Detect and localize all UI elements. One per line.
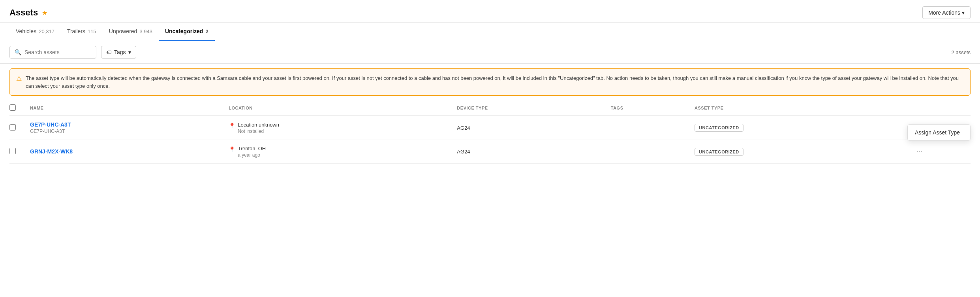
tab-unpowered-count: 3,943 xyxy=(139,28,152,34)
toolbar: 🔍 🏷 Tags ▾ 2 assets xyxy=(0,41,980,64)
tab-uncategorized-count: 2 xyxy=(205,28,208,34)
toolbar-left: 🔍 🏷 Tags ▾ xyxy=(9,46,136,59)
col-location: LOCATION xyxy=(224,100,452,116)
row2-checkbox[interactable] xyxy=(9,148,16,154)
row1-name-cell: GE7P-UHC-A3T GE7P-UHC-A3T xyxy=(25,116,224,140)
tab-unpowered-label: Unpowered xyxy=(109,28,137,34)
warning-text: The asset type will be automatically det… xyxy=(26,74,964,90)
tab-trailers-count: 115 xyxy=(88,28,96,34)
row2-location-sub: a year ago xyxy=(238,152,266,158)
tag-icon: 🏷 xyxy=(106,49,112,55)
tags-button[interactable]: 🏷 Tags ▾ xyxy=(101,46,136,59)
row1-checkbox-cell xyxy=(9,116,25,140)
row1-asset-type-badge: UNCATEGORIZED xyxy=(695,124,743,132)
col-device-type: DEVICE TYPE xyxy=(452,100,606,116)
tab-vehicles[interactable]: Vehicles 20,317 xyxy=(9,23,61,41)
row2-asset-type-badge: UNCATEGORIZED xyxy=(695,148,743,156)
star-icon[interactable]: ★ xyxy=(42,9,47,17)
warning-icon: ⚠ xyxy=(16,75,22,82)
row2-actions-cell: ··· xyxy=(912,140,971,164)
table-row: GE7P-UHC-A3T GE7P-UHC-A3T 📍 Location unk… xyxy=(9,116,971,140)
row1-device-type: AG24 xyxy=(452,116,606,140)
table-row: GRNJ-M2X-WK8 📍 Trenton, OH a year ago AG… xyxy=(9,140,971,164)
page-title: Assets xyxy=(9,8,38,18)
search-icon: 🔍 xyxy=(15,49,21,55)
row2-asset-type: UNCATEGORIZED xyxy=(690,140,912,164)
more-actions-button[interactable]: More Actions ▾ xyxy=(922,6,971,19)
row1-location-cell: 📍 Location unknown Not installed xyxy=(224,116,452,140)
assets-count: 2 assets xyxy=(952,49,971,55)
row1-name-link[interactable]: GE7P-UHC-A3T xyxy=(30,121,219,128)
row2-more-actions-button[interactable]: ··· xyxy=(916,148,922,155)
assign-asset-type-item[interactable]: Assign Asset Type xyxy=(908,125,970,140)
row1-asset-type: UNCATEGORIZED xyxy=(690,116,912,140)
col-asset-type: ASSET TYPE xyxy=(690,100,912,116)
row2-device-type: AG24 xyxy=(452,140,606,164)
tab-uncategorized[interactable]: Uncategorized 2 xyxy=(159,23,215,41)
col-name: NAME xyxy=(25,100,224,116)
tab-vehicles-count: 20,317 xyxy=(39,28,54,34)
row1-location-pin-icon: 📍 xyxy=(229,123,235,129)
warning-banner: ⚠ The asset type will be automatically d… xyxy=(9,68,971,96)
row2-name-link[interactable]: GRNJ-M2X-WK8 xyxy=(30,148,219,155)
select-all-checkbox[interactable] xyxy=(9,104,16,111)
row1-checkbox[interactable] xyxy=(9,124,16,131)
tab-trailers-label: Trailers xyxy=(67,28,85,34)
row2-location-name: Trenton, OH xyxy=(238,146,266,151)
tab-bar: Vehicles 20,317 Trailers 115 Unpowered 3… xyxy=(0,23,980,41)
row1-name-sub: GE7P-UHC-A3T xyxy=(30,129,219,134)
table-header-row: NAME LOCATION DEVICE TYPE TAGS ASSET TYP… xyxy=(9,100,971,116)
row2-location-cell: 📍 Trenton, OH a year ago xyxy=(224,140,452,164)
row2-checkbox-cell xyxy=(9,140,25,164)
row2-tags xyxy=(606,140,690,164)
tab-uncategorized-label: Uncategorized xyxy=(165,28,203,34)
tab-trailers[interactable]: Trailers 115 xyxy=(61,23,103,41)
row1-location-name: Location unknown xyxy=(238,122,279,128)
col-actions xyxy=(912,100,971,116)
tags-chevron-icon: ▾ xyxy=(128,49,131,55)
tags-label: Tags xyxy=(114,49,126,55)
col-checkbox xyxy=(9,100,25,116)
row2-location-pin-icon: 📍 xyxy=(229,146,235,153)
header-left: Assets ★ xyxy=(9,8,47,18)
assets-table-container: NAME LOCATION DEVICE TYPE TAGS ASSET TYP… xyxy=(0,100,980,164)
row1-tags xyxy=(606,116,690,140)
row-actions-dropdown: Assign Asset Type xyxy=(907,124,971,141)
tab-unpowered[interactable]: Unpowered 3,943 xyxy=(103,23,159,41)
tab-vehicles-label: Vehicles xyxy=(16,28,36,34)
assets-table: NAME LOCATION DEVICE TYPE TAGS ASSET TYP… xyxy=(9,100,971,164)
col-tags: TAGS xyxy=(606,100,690,116)
row2-name-cell: GRNJ-M2X-WK8 xyxy=(25,140,224,164)
page-header: Assets ★ More Actions ▾ xyxy=(0,0,980,23)
row1-location-sub: Not installed xyxy=(238,129,279,134)
search-box: 🔍 xyxy=(9,46,96,59)
search-input[interactable] xyxy=(24,49,91,55)
